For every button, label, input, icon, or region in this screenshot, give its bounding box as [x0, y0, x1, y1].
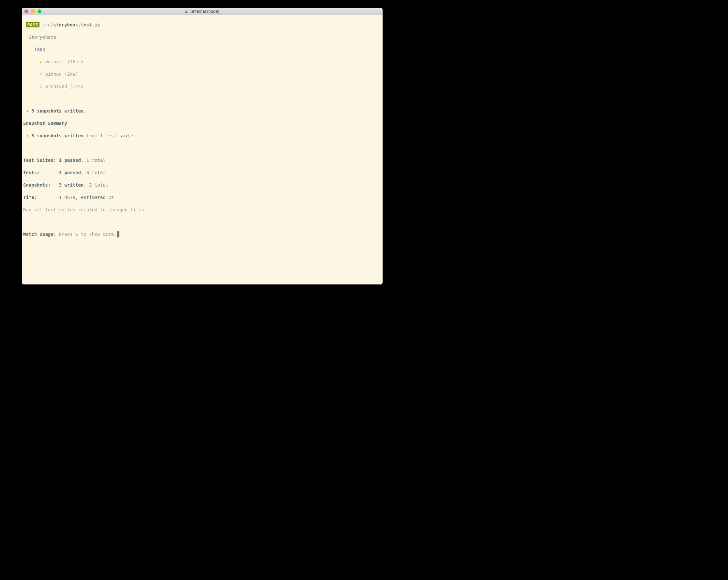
blank-line	[23, 96, 381, 102]
titlebar: 2. Terminal (node)	[22, 8, 383, 15]
test-row: ✓ archived (1ms)	[23, 83, 381, 90]
ran-note: Ran all test suites related to changed f…	[23, 207, 381, 213]
check-icon: ✓	[40, 84, 43, 89]
result-tests: Tests: 3 passed, 3 total	[23, 170, 381, 176]
suite-root: Storyshots	[23, 34, 381, 41]
test-row: ✓ default (16ms)	[23, 59, 381, 65]
maximize-icon[interactable]	[37, 9, 42, 14]
suite-group: Task	[23, 46, 381, 52]
file-name: storybook.test.js	[53, 22, 100, 27]
pass-badge: PASS	[26, 22, 40, 27]
test-time: (2ms)	[64, 71, 78, 77]
traffic-lights	[22, 9, 42, 14]
test-time: (16ms)	[67, 59, 84, 64]
result-time: Time: 1.467s, estimated 2s	[23, 195, 381, 201]
check-icon: ✓	[40, 71, 43, 77]
pass-line: PASS src/storybook.test.js	[23, 22, 381, 28]
snapshot-summary-line: › 3 snapshots written from 1 test suite.	[23, 133, 381, 139]
arrow-icon: ›	[26, 133, 28, 138]
result-snapshots: Snapshots: 3 written, 3 total	[23, 182, 381, 188]
snapshot-summary-label: Snapshot Summary	[23, 120, 381, 127]
file-dir: src/	[43, 22, 53, 27]
blank-line	[23, 219, 381, 225]
snapshots-written-line: › 3 snapshots written.	[23, 108, 381, 114]
result-suites: Test Suites: 1 passed, 1 total	[23, 157, 381, 163]
close-icon[interactable]	[24, 9, 28, 14]
watch-usage-line: Watch Usage: Press w to show more.	[23, 231, 381, 237]
window-title: 2. Terminal (node)	[22, 9, 383, 14]
test-row: ✓ pinned (2ms)	[23, 71, 381, 77]
blank-line	[23, 145, 381, 151]
arrow-icon: ›	[26, 108, 28, 114]
check-icon: ✓	[40, 59, 43, 64]
test-name: pinned	[45, 71, 62, 77]
test-name: default	[45, 59, 64, 64]
test-time: (1ms)	[70, 84, 83, 89]
terminal-window: 2. Terminal (node) PASS src/storybook.te…	[22, 8, 383, 284]
cursor	[117, 231, 120, 237]
test-name: archived	[45, 84, 67, 89]
minimize-icon[interactable]	[31, 9, 35, 14]
terminal-content[interactable]: PASS src/storybook.test.js Storyshots Ta…	[22, 15, 383, 284]
